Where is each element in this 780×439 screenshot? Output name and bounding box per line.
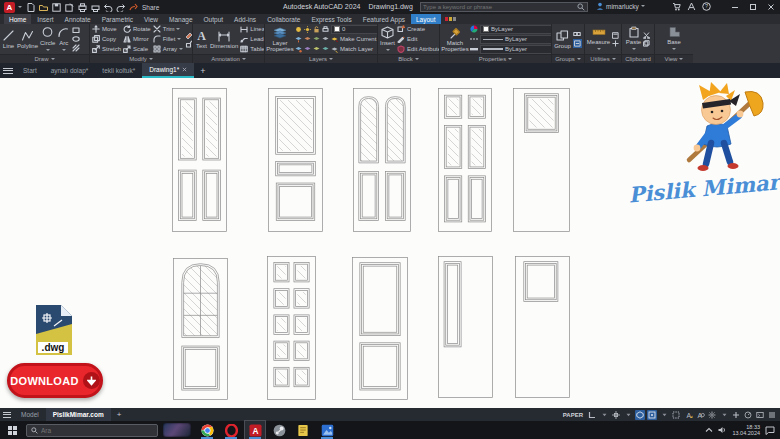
caret[interactable] (623, 410, 633, 420)
file-tab-drawing1-[interactable]: Drawing1* (142, 63, 194, 78)
settings-gear-icon[interactable] (707, 410, 717, 420)
panel-name-utilities[interactable]: Utilities (585, 54, 621, 63)
hatch-icon[interactable] (72, 44, 80, 52)
scale-button[interactable]: Scale (123, 45, 151, 54)
share-label[interactable]: Share (142, 4, 159, 11)
model-tab[interactable]: Model (14, 408, 46, 421)
undo-icon[interactable] (103, 2, 113, 12)
annotation-visibility-icon[interactable]: A (695, 410, 705, 420)
help-search-input[interactable] (423, 4, 575, 10)
download-button[interactable]: DOWNLOAD (7, 363, 103, 398)
rotate-button[interactable]: Rotate (123, 25, 151, 34)
caret[interactable] (599, 410, 609, 420)
ribbon-tab-collaborate[interactable]: Collaborate (262, 14, 305, 24)
linear-button[interactable]: Linear (240, 25, 264, 34)
autodesk-account-icon[interactable] (687, 2, 696, 11)
linetype-dropdown[interactable]: ByLayer (480, 35, 551, 44)
measure-button[interactable]: Measure (587, 26, 610, 52)
base-button[interactable]: Base (667, 26, 681, 52)
layer-plot-icon[interactable] (322, 26, 329, 33)
text-button[interactable]: A Text (195, 29, 208, 49)
selection-cycling-icon[interactable] (671, 410, 681, 420)
copy-clip-icon[interactable] (643, 40, 650, 47)
layer-unlock-icon[interactable] (313, 26, 320, 33)
osnap-icon[interactable] (647, 410, 657, 420)
layout-tab[interactable]: PislikMimar.com (46, 408, 111, 421)
redo-icon[interactable] (116, 2, 126, 12)
ungroup-icon[interactable] (573, 30, 582, 38)
ucs-icon[interactable] (587, 410, 597, 420)
panel-name-block[interactable]: Block (378, 54, 439, 63)
table-button[interactable]: Table (240, 45, 264, 54)
cursor-snap-icon[interactable] (611, 410, 621, 420)
clean-screen-icon[interactable] (755, 410, 765, 420)
trim-button[interactable]: Trim (153, 25, 183, 34)
ribbon-tab-home[interactable]: Home (4, 14, 31, 24)
fillet-button[interactable]: Fillet (153, 35, 183, 44)
signed-in-user[interactable]: mimarlucky (596, 2, 645, 10)
ribbon-tab-output[interactable]: Output (199, 14, 229, 24)
panel-name-view[interactable]: View (655, 54, 693, 63)
caret[interactable] (659, 410, 669, 420)
notes-icon[interactable] (293, 421, 313, 439)
maximize-button[interactable] (744, 0, 762, 14)
autocad-logo-icon[interactable]: A (4, 2, 15, 13)
volume-icon[interactable] (718, 426, 727, 434)
dimension-button[interactable]: Dimension (210, 29, 238, 49)
drawing-canvas[interactable]: Pislik Mimar .dwg DOWNLOAD (0, 78, 780, 408)
plot-icon[interactable] (77, 2, 87, 12)
chevron-down-icon[interactable] (176, 28, 180, 32)
close-tab-icon[interactable] (182, 66, 187, 73)
panel-name-layers[interactable]: Layers (265, 54, 377, 63)
annotation-scale-icon[interactable]: A (683, 410, 693, 420)
caret[interactable] (719, 410, 729, 420)
layer-properties-button[interactable]: Layer Properties (267, 27, 293, 52)
line-button[interactable]: Line (2, 29, 15, 49)
chevron-down-icon[interactable] (18, 6, 22, 10)
panel-name-clipboard[interactable]: Clipboard (622, 54, 654, 63)
quick-calc-icon[interactable] (612, 32, 619, 39)
ribbon-tab-annotate[interactable]: Annotate (60, 14, 96, 24)
insert-button[interactable]: Insert (380, 26, 395, 53)
polyline-button[interactable]: Polyline (17, 29, 38, 49)
start-button[interactable] (0, 421, 24, 439)
group-edit-icon[interactable] (573, 39, 582, 48)
ribbon-tab-insert[interactable]: Insert (32, 14, 58, 24)
erase-icon[interactable] (185, 31, 192, 39)
print-icon[interactable] (90, 2, 100, 12)
ribbon-tab-add-ins[interactable]: Add-ins (229, 14, 261, 24)
new-drawing-tab-button[interactable]: + (194, 63, 211, 78)
id-point-icon[interactable] (612, 40, 619, 47)
layer-thaw-icon[interactable] (304, 26, 311, 33)
cart-icon[interactable] (672, 2, 681, 11)
panel-name-groups[interactable]: Groups (552, 54, 584, 63)
ribbon-tab-view[interactable]: View (139, 14, 163, 24)
panel-name-draw[interactable]: Draw (0, 54, 89, 63)
open-file-icon[interactable] (38, 2, 48, 12)
chevron-down-icon[interactable] (177, 38, 181, 42)
chevron-down-icon[interactable] (62, 49, 66, 53)
ellipse-icon[interactable] (72, 35, 80, 43)
panel-name-annotation[interactable]: Annotation (193, 54, 264, 63)
leader-button[interactable]: Leader (240, 35, 264, 44)
array-button[interactable]: Array (153, 45, 183, 54)
match-properties-button[interactable]: Match Properties (442, 26, 468, 52)
menu-icon[interactable] (767, 410, 777, 420)
lineweight-dropdown[interactable]: ByLayer (480, 45, 551, 54)
chevron-down-icon[interactable] (672, 48, 676, 52)
file-tab-aynal-dolap-[interactable]: aynalı dolap* (44, 63, 96, 78)
chevron-down-icon[interactable] (386, 49, 390, 53)
move-button[interactable]: Move (92, 25, 121, 34)
help-search-box[interactable] (420, 2, 588, 12)
make-current-button[interactable]: Make Current (295, 35, 377, 44)
file-tab-menu-icon[interactable] (0, 63, 16, 78)
panel-name-properties[interactable]: Properties (440, 54, 551, 63)
arc-button[interactable]: Arc (57, 26, 70, 53)
edit-block-button[interactable]: Edit (397, 35, 439, 44)
new-layout-button[interactable]: + (111, 410, 128, 419)
rectangle-icon[interactable] (72, 26, 80, 34)
steam-icon[interactable] (269, 421, 289, 439)
opera-icon[interactable] (221, 421, 241, 439)
match-layer-button[interactable]: Match Layer (295, 45, 377, 54)
chevron-down-icon[interactable] (641, 5, 645, 9)
